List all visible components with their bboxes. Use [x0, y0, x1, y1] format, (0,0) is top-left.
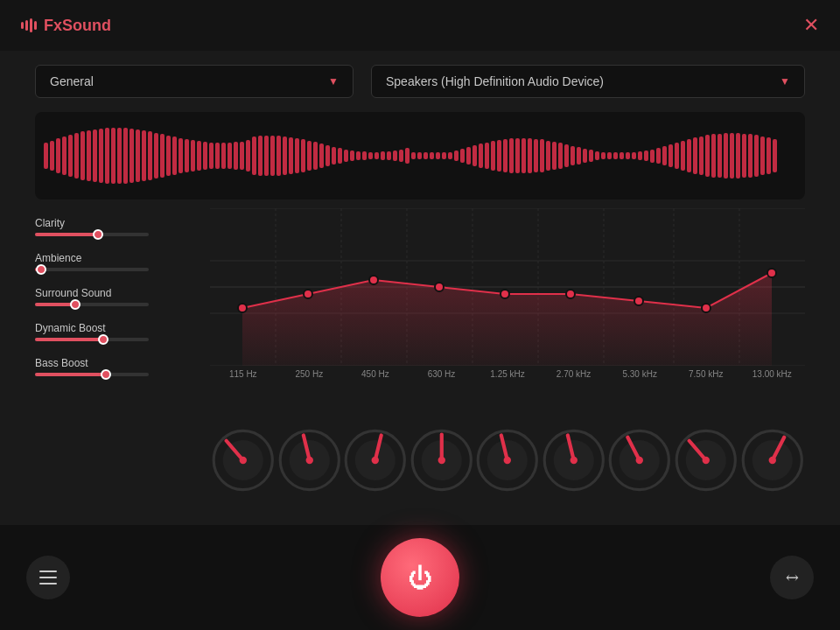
waveform-bar: [424, 152, 428, 159]
app-logo: FxSound: [21, 17, 111, 35]
waveform-bar: [142, 130, 146, 181]
slider-row-dynamic: Dynamic Boost: [35, 322, 210, 341]
waveform-bar: [246, 140, 250, 171]
waveform-bar: [172, 136, 177, 175]
slider-thumb-bass[interactable]: [101, 369, 111, 380]
menu-line-3: [39, 583, 57, 584]
waveform-bar: [589, 150, 593, 161]
eq-point-2: [369, 276, 378, 284]
expand-button[interactable]: ⤢: [770, 556, 814, 599]
waveform-bar: [191, 140, 195, 171]
slider-thumb-clarity[interactable]: [93, 229, 103, 240]
eq-knob-6[interactable]: [606, 382, 673, 539]
logo-bar-2: [25, 20, 28, 31]
eq-band-5: 2.70 kHz: [541, 369, 607, 539]
slider-track-ambience[interactable]: [35, 268, 149, 271]
waveform-bar: [160, 134, 164, 178]
eq-knob-3[interactable]: [409, 382, 475, 539]
slider-track-surround[interactable]: [35, 303, 149, 306]
waveform-bar: [381, 151, 385, 160]
waveform-bar: [44, 143, 48, 169]
slider-thumb-surround[interactable]: [70, 299, 80, 310]
close-button[interactable]: ✕: [803, 16, 819, 35]
eq-knob-2[interactable]: [342, 382, 409, 539]
waveform-bar: [117, 128, 122, 184]
eq-freq-label-1: 250 Hz: [296, 369, 324, 379]
waveform-bar: [564, 144, 569, 167]
waveform-bar: [264, 136, 269, 176]
waveform-bar: [515, 138, 520, 174]
waveform-bar: [442, 152, 446, 159]
waveform-bar: [430, 152, 434, 159]
eq-knob-0[interactable]: [210, 382, 276, 539]
waveform-bar: [417, 152, 422, 159]
preset-dropdown[interactable]: General ▼: [35, 65, 354, 98]
waveform-bar: [534, 139, 538, 173]
waveform-bar: [56, 138, 60, 172]
eq-knob-4[interactable]: [474, 382, 541, 539]
svg-point-24: [438, 457, 444, 464]
logo-bar-4: [34, 21, 37, 30]
waveform-bar: [748, 134, 752, 177]
waveform-bar: [166, 136, 171, 177]
slider-thumb-ambience[interactable]: [36, 264, 46, 275]
waveform-bar: [289, 137, 293, 175]
waveform-bar: [178, 138, 183, 174]
eq-point-6: [634, 297, 643, 305]
eq-freq-label-7: 7.50 kHz: [689, 369, 723, 379]
waveform-bar: [99, 129, 103, 183]
waveform-bar: [338, 148, 342, 163]
waveform-bar: [93, 130, 97, 182]
waveform-bar: [730, 133, 734, 178]
waveform-bar: [301, 139, 305, 172]
waveform-bar: [509, 138, 514, 173]
svg-point-18: [305, 457, 312, 464]
sliders-panel: ClarityAmbienceSurround SoundDynamic Boo…: [35, 208, 210, 401]
waveform-bar: [240, 142, 244, 171]
slider-track-bass[interactable]: [35, 373, 149, 376]
waveform-bar: [577, 147, 581, 164]
eq-point-7: [702, 304, 710, 312]
slider-track-dynamic[interactable]: [35, 338, 149, 341]
waveform-bar: [252, 136, 256, 175]
eq-knob-5[interactable]: [541, 382, 607, 539]
eq-point-8: [767, 269, 776, 277]
waveform-bar: [448, 152, 452, 159]
waveform-bar: [675, 143, 679, 169]
waveform-bar: [540, 139, 544, 172]
menu-line-2: [39, 577, 57, 578]
waveform-bar: [491, 141, 495, 171]
waveform-bar: [522, 138, 526, 174]
waveform-bar: [638, 151, 642, 160]
waveform-bar: [80, 131, 85, 179]
waveform-bar: [681, 141, 685, 171]
controls-row: General ▼ Speakers (High Definition Audi…: [0, 51, 840, 112]
menu-button[interactable]: [26, 556, 70, 599]
waveform-bar: [62, 136, 66, 175]
waveform-bar: [760, 136, 765, 175]
slider-thumb-dynamic[interactable]: [98, 334, 108, 345]
waveform-bar: [332, 147, 336, 164]
waveform-bar: [613, 152, 618, 159]
waveform-bar: [185, 139, 189, 172]
slider-row-ambience: Ambience: [35, 252, 210, 271]
waveform-bar: [326, 145, 330, 166]
waveform-bar: [460, 149, 465, 163]
waveform-bar: [656, 148, 661, 164]
device-dropdown[interactable]: Speakers (High Definition Audio Device) …: [371, 65, 805, 98]
slider-track-clarity[interactable]: [35, 233, 149, 236]
waveform-bar: [436, 152, 440, 159]
waveform-bar: [650, 150, 654, 163]
expand-icon: ⤢: [780, 566, 803, 589]
eq-knob-1[interactable]: [276, 382, 343, 539]
waveform-bar: [74, 133, 79, 178]
waveform-bar: [595, 151, 599, 161]
waveform-bar: [693, 137, 697, 173]
eq-freq-label-0: 115 Hz: [229, 369, 257, 379]
power-button[interactable]: ⏻: [381, 538, 459, 617]
eq-point-5: [566, 290, 575, 298]
waveform-bar: [632, 152, 636, 159]
eq-knob-7[interactable]: [673, 382, 739, 539]
eq-knob-8[interactable]: [739, 382, 806, 539]
waveform-bar: [754, 135, 759, 176]
